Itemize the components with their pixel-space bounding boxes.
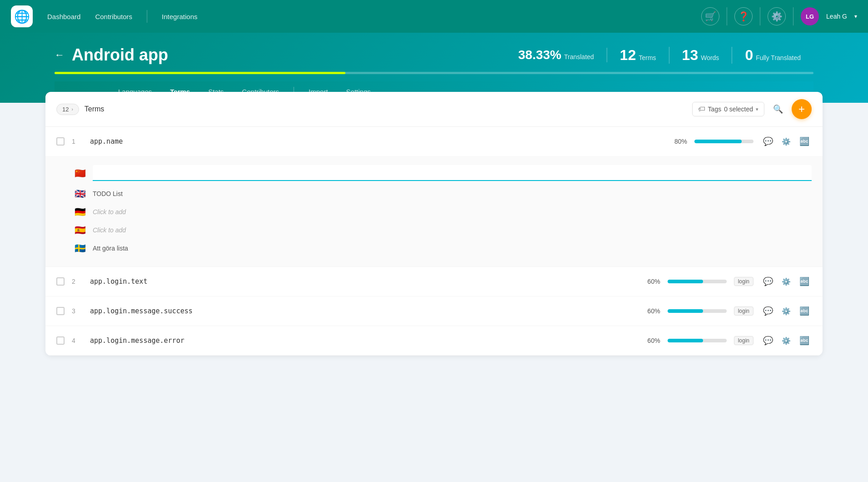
translation-input-zh[interactable] [93, 165, 812, 181]
fully-label: Fully Translated [756, 54, 801, 61]
chevron-right-icon: › [71, 107, 73, 112]
lang-row-de: 🇩🇪 Click to add [75, 203, 812, 221]
user-dropdown-arrow[interactable]: ▾ [854, 13, 857, 20]
table-row: 1 app.name 80% 💬 ⚙️ 🔤 🇨🇳 [45, 127, 823, 267]
translated-pct: 38.33% [518, 48, 561, 62]
row-tag-3: login [734, 306, 753, 316]
comment-icon-3[interactable]: 💬 [761, 304, 775, 318]
settings-row-icon[interactable]: ⚙️ [779, 134, 793, 149]
tags-selected: 0 selected [724, 105, 753, 113]
row-action-icons-3: 💬 ⚙️ 🔤 [761, 304, 812, 318]
row-progress-bar-2 [668, 280, 727, 283]
row-progress-fill-2 [668, 280, 703, 283]
flag-sv: 🇸🇪 [75, 243, 87, 254]
translation-progress-bar [55, 72, 813, 74]
row-tag-4: login [734, 336, 753, 345]
table-row: 4 app.login.message.error 60% login 💬 ⚙️… [45, 326, 823, 356]
help-icon[interactable]: ❓ [734, 7, 753, 25]
stat-translated: 38.33% Translated [505, 48, 607, 62]
back-button[interactable]: ← [55, 49, 65, 61]
terms-section-label: Terms [85, 105, 687, 113]
stat-fully-translated: 0 Fully Translated [732, 47, 813, 64]
translation-text-de[interactable]: Click to add [93, 206, 812, 217]
translation-text-en[interactable]: TODO List [93, 188, 812, 199]
flag-es: 🇪🇸 [75, 225, 87, 236]
settings-icon[interactable]: ⚙️ [768, 7, 786, 25]
term-key-3[interactable]: app.login.message.success [90, 307, 631, 315]
badge-count: 12 [62, 106, 69, 113]
tags-filter-button[interactable]: 🏷 Tags 0 selected ▾ [692, 102, 764, 116]
tag-icon: 🏷 [698, 105, 705, 113]
row-progress-fill [694, 140, 742, 143]
settings-row-icon-4[interactable]: ⚙️ [779, 333, 793, 348]
nav-dashboard[interactable]: Dashboard [47, 13, 80, 20]
term-row-main-4: 4 app.login.message.error 60% login 💬 ⚙️… [45, 326, 823, 355]
settings-row-icon-3[interactable]: ⚙️ [779, 304, 793, 318]
nav-contributors[interactable]: Contributors [95, 13, 132, 20]
term-key-2[interactable]: app.login.text [90, 277, 631, 286]
row-action-icons: 💬 ⚙️ 🔤 [761, 134, 812, 149]
translation-percent-3: 60% [639, 307, 660, 315]
project-stats: 38.33% Translated 12 Terms 13 Words 0 Fu… [505, 47, 813, 64]
term-row-main-3: 3 app.login.message.success 60% login 💬 … [45, 296, 823, 326]
terms-header: 12 › Terms 🏷 Tags 0 selected ▾ 🔍 + [45, 92, 823, 127]
fully-count: 0 [745, 47, 753, 64]
row-checkbox-3[interactable] [56, 307, 65, 315]
term-row-main: 1 app.name 80% 💬 ⚙️ 🔤 [45, 127, 823, 156]
comment-icon[interactable]: 💬 [761, 134, 775, 149]
nav-right-divider3 [793, 7, 793, 25]
row-progress-bar-4 [668, 339, 727, 342]
translation-text-sv[interactable]: Att göra lista [93, 243, 812, 254]
row-number-4: 4 [72, 337, 83, 344]
term-row-main-2: 2 app.login.text 60% login 💬 ⚙️ 🔤 [45, 267, 823, 296]
nav-integrations[interactable]: Integrations [162, 13, 197, 20]
top-navigation: 🌐 Dashboard Contributors Integrations 🛒 … [0, 0, 868, 33]
main-content: 12 › Terms 🏷 Tags 0 selected ▾ 🔍 + 1 app… [0, 92, 868, 374]
cart-icon[interactable]: 🛒 [701, 7, 719, 25]
nav-right-divider2 [760, 7, 760, 25]
settings-row-icon-2[interactable]: ⚙️ [779, 274, 793, 289]
nav-right: 🛒 ❓ ⚙️ LG Leah G ▾ [701, 7, 857, 25]
terms-count-badge[interactable]: 12 › [56, 104, 79, 115]
search-button[interactable]: 🔍 [770, 101, 786, 117]
translate-icon-3[interactable]: 🔤 [797, 304, 812, 318]
user-avatar[interactable]: LG [801, 7, 819, 25]
stat-words: 13 Words [669, 47, 733, 64]
translate-icon-4[interactable]: 🔤 [797, 333, 812, 348]
lang-row-zh: 🇨🇳 [75, 161, 812, 185]
row-number: 1 [72, 138, 83, 145]
terms-card: 12 › Terms 🏷 Tags 0 selected ▾ 🔍 + 1 app… [45, 92, 823, 356]
username-label[interactable]: Leah G [826, 13, 847, 20]
row-action-icons-2: 💬 ⚙️ 🔤 [761, 274, 812, 289]
add-term-button[interactable]: + [792, 99, 812, 119]
row-checkbox-2[interactable] [56, 277, 65, 286]
row-checkbox-4[interactable] [56, 336, 65, 345]
lang-row-sv: 🇸🇪 Att göra lista [75, 239, 812, 257]
term-key[interactable]: app.name [90, 137, 658, 146]
tags-dropdown-arrow: ▾ [756, 106, 758, 112]
words-label: Words [701, 54, 719, 61]
translate-icon[interactable]: 🔤 [797, 134, 812, 149]
comment-icon-4[interactable]: 💬 [761, 333, 775, 348]
row-progress-fill-4 [668, 339, 703, 342]
translation-percent: 80% [665, 138, 687, 145]
row-checkbox[interactable] [56, 137, 65, 146]
nav-links: Dashboard Contributors Integrations [47, 10, 687, 23]
term-key-4[interactable]: app.login.message.error [90, 336, 631, 345]
translation-percent-4: 60% [639, 337, 660, 344]
nav-right-divider [727, 7, 727, 25]
flag-zh: 🇨🇳 [75, 168, 87, 179]
lang-row-es: 🇪🇸 Click to add [75, 221, 812, 239]
table-row: 3 app.login.message.success 60% login 💬 … [45, 296, 823, 326]
flag-en: 🇬🇧 [75, 188, 87, 199]
translation-text-es[interactable]: Click to add [93, 225, 812, 236]
translate-icon-2[interactable]: 🔤 [797, 274, 812, 289]
tags-label: Tags [708, 105, 722, 113]
comment-icon-2[interactable]: 💬 [761, 274, 775, 289]
row-progress-bar [694, 140, 753, 143]
row-action-icons-4: 💬 ⚙️ 🔤 [761, 333, 812, 348]
progress-bar-fill [55, 72, 345, 74]
lang-row-en: 🇬🇧 TODO List [75, 185, 812, 203]
translation-percent-2: 60% [639, 278, 660, 285]
translated-label: Translated [564, 53, 594, 60]
